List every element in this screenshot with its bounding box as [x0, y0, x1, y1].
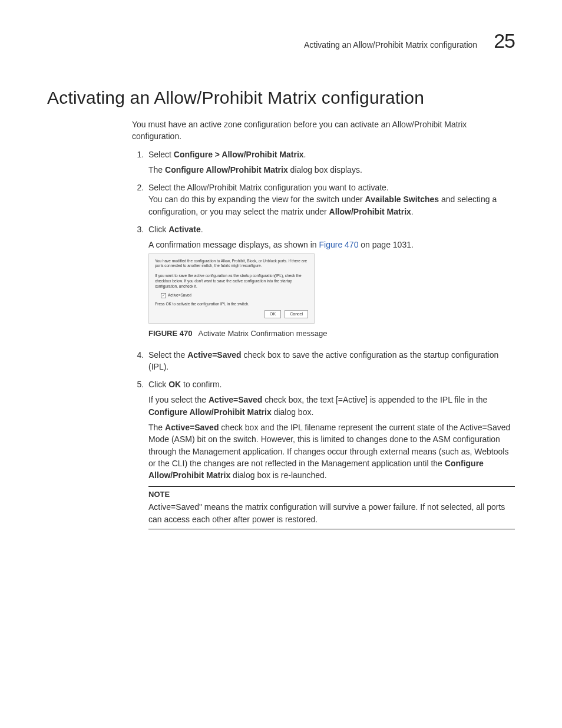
- checkbox-icon[interactable]: ✓: [161, 293, 166, 298]
- dialog-text-3: Press OK to activate the configuration I…: [155, 302, 308, 307]
- text: The: [148, 165, 165, 174]
- chapter-number: 25: [494, 29, 515, 52]
- text: to confirm.: [181, 380, 222, 389]
- note-title: NOTE: [148, 489, 515, 500]
- text: Select: [148, 150, 174, 159]
- figure-label: FIGURE 470: [148, 329, 192, 338]
- text: on page 1031.: [358, 240, 413, 249]
- step-4: Select the Active=Saved check box to sav…: [146, 349, 515, 373]
- button-name-ok: OK: [168, 380, 181, 389]
- text: dialog box is re-launched.: [230, 470, 326, 480]
- ok-button[interactable]: OK: [265, 310, 281, 318]
- checkbox-label: Active=Saved: [168, 293, 191, 298]
- step-3: Click Activate. A confirmation message d…: [146, 223, 515, 339]
- text: Select the: [148, 350, 187, 360]
- menu-path: Configure > Allow/Prohibit Matrix: [174, 150, 304, 159]
- step-3-result: A confirmation message displays, as show…: [148, 239, 515, 251]
- intro-paragraph: You must have an active zone configurati…: [132, 118, 515, 143]
- step-1: Select Configure > Allow/Prohibit Matrix…: [146, 149, 515, 176]
- content-body: You must have an active zone configurati…: [132, 118, 515, 529]
- dialog-text-1: You have modified the configuration to A…: [155, 259, 308, 269]
- section-title: Activating an Allow/Prohibit Matrix conf…: [47, 88, 515, 108]
- text: Select the Allow/Prohibit Matrix configu…: [148, 183, 389, 192]
- text: You can do this by expanding the view fo…: [148, 195, 365, 204]
- text: Click: [148, 380, 168, 389]
- figure-470-caption: FIGURE 470 Activate Matrix Confirmation …: [148, 328, 515, 340]
- label-active-saved: Active=Saved: [165, 423, 219, 432]
- label-allow-prohibit-matrix: Allow/Prohibit Matrix: [329, 207, 411, 216]
- text: Click: [148, 225, 168, 234]
- steps-list: Select Configure > Allow/Prohibit Matrix…: [132, 149, 515, 529]
- step-1-result: The Configure Allow/Prohibit Matrix dial…: [148, 164, 515, 176]
- step-2: Select the Allow/Prohibit Matrix configu…: [146, 182, 515, 218]
- dialog-name: Configure Allow/Prohibit Matrix: [165, 165, 288, 174]
- label-active-saved: Active=Saved: [187, 350, 241, 360]
- dialog-buttons: OK Cancel: [155, 310, 308, 318]
- step-5: Click OK to confirm. If you select the A…: [146, 378, 515, 529]
- running-header: Activating an Allow/Prohibit Matrix conf…: [47, 29, 515, 52]
- text: dialog box displays.: [288, 165, 362, 174]
- figure-470-dialog: You have modified the configuration to A…: [148, 253, 315, 324]
- label-available-switches: Available Switches: [365, 195, 439, 204]
- note-block: NOTE Active=Saved" means the matrix conf…: [148, 486, 515, 529]
- text: .: [411, 207, 414, 216]
- text: dialog box.: [272, 407, 314, 417]
- text: The: [148, 423, 165, 432]
- text: If you select the: [148, 395, 209, 404]
- active-saved-checkbox-row: ✓ Active=Saved: [161, 293, 308, 298]
- dialog-text-2: If you want to save the active configura…: [155, 274, 308, 289]
- text: check box, the text [=Active] is appende…: [262, 395, 487, 404]
- cancel-button[interactable]: Cancel: [285, 310, 308, 318]
- text: .: [201, 225, 203, 234]
- text: .: [304, 150, 306, 159]
- running-header-title: Activating an Allow/Prohibit Matrix conf…: [304, 40, 477, 50]
- label-active-saved: Active=Saved: [209, 395, 262, 404]
- step-5-paragraph-1: If you select the Active=Saved check box…: [148, 394, 515, 418]
- button-name-activate: Activate: [168, 225, 200, 234]
- dialog-name: Configure Allow/Prohibit Matrix: [148, 407, 272, 417]
- note-body: Active=Saved" means the matrix configura…: [148, 501, 515, 525]
- text: A confirmation message displays, as show…: [148, 240, 319, 249]
- figure-caption-text: Activate Matrix Confirmation message: [199, 329, 328, 338]
- step-5-paragraph-2: The Active=Saved check box and the IPL f…: [148, 421, 515, 481]
- page: Activating an Allow/Prohibit Matrix conf…: [0, 0, 562, 571]
- figure-470-link[interactable]: Figure 470: [319, 240, 358, 249]
